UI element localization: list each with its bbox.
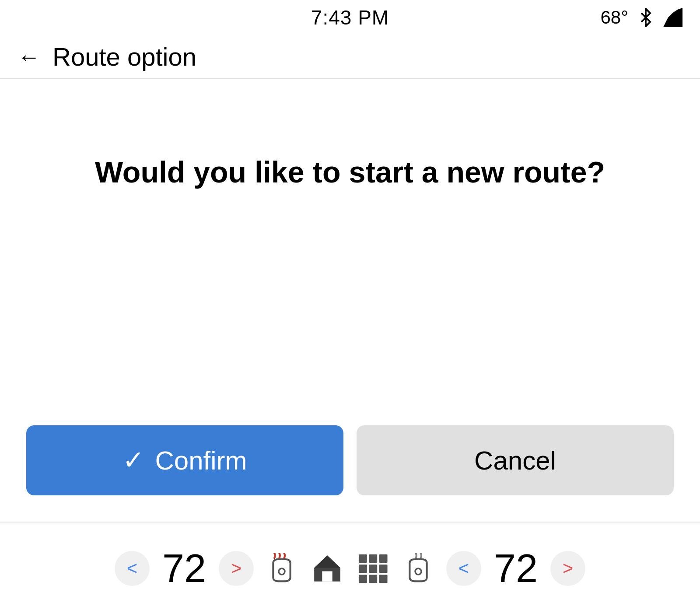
left-decrement-icon: < xyxy=(127,558,138,579)
bottom-divider xyxy=(0,522,700,522)
heat-phone-left-icon xyxy=(264,551,299,586)
buttons-area: ✓ Confirm Cancel xyxy=(0,399,700,522)
right-increment-button[interactable]: > xyxy=(550,551,585,586)
status-bar: 7:43 PM 68° xyxy=(0,0,700,35)
svg-rect-3 xyxy=(322,571,332,581)
bluetooth-icon xyxy=(636,8,655,27)
apps-grid-icon[interactable] xyxy=(355,551,390,586)
checkmark-icon: ✓ xyxy=(122,447,144,473)
right-number-display: 72 xyxy=(492,546,540,591)
svg-point-14 xyxy=(415,568,421,575)
left-increment-icon: > xyxy=(231,558,242,579)
back-button[interactable]: ← xyxy=(18,46,40,68)
svg-rect-10 xyxy=(379,564,388,573)
confirm-label: Confirm xyxy=(155,445,247,476)
cancel-button[interactable]: Cancel xyxy=(357,425,674,495)
heat-phone-right-icon xyxy=(401,551,436,586)
left-decrement-button[interactable]: < xyxy=(115,551,150,586)
status-right-icons: 68° xyxy=(600,7,682,28)
main-content: Would you like to start a new route? xyxy=(0,79,700,265)
svg-rect-7 xyxy=(379,554,388,563)
right-decrement-icon: < xyxy=(458,558,469,579)
left-number-display: 72 xyxy=(160,546,208,591)
svg-point-1 xyxy=(279,568,285,575)
bottom-nav: < 72 > xyxy=(0,527,700,610)
temperature-display: 68° xyxy=(600,7,628,28)
signal-icon xyxy=(663,8,682,27)
header: ← Route option xyxy=(0,35,700,79)
svg-rect-9 xyxy=(369,564,377,573)
svg-rect-5 xyxy=(359,554,367,563)
svg-marker-4 xyxy=(314,555,340,568)
home-icon[interactable] xyxy=(310,551,345,586)
confirm-button[interactable]: ✓ Confirm xyxy=(26,425,343,495)
right-increment-icon: > xyxy=(563,558,574,579)
question-text: Would you like to start a new route? xyxy=(95,153,605,191)
svg-rect-6 xyxy=(369,554,377,563)
svg-rect-11 xyxy=(359,575,367,583)
cancel-label: Cancel xyxy=(474,445,556,476)
svg-rect-12 xyxy=(369,575,377,583)
status-time: 7:43 PM xyxy=(311,6,389,29)
svg-marker-0 xyxy=(663,8,682,27)
page-title: Route option xyxy=(52,42,196,71)
left-increment-button[interactable]: > xyxy=(219,551,254,586)
right-decrement-button[interactable]: < xyxy=(446,551,481,586)
svg-rect-13 xyxy=(379,575,388,583)
svg-rect-8 xyxy=(359,564,367,573)
